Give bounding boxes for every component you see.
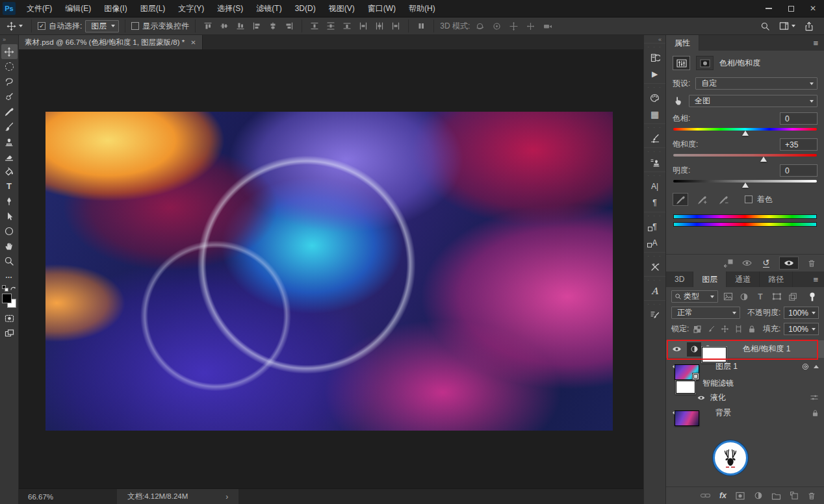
glyphs-panel-icon[interactable]: A	[647, 283, 663, 299]
3d-drag-icon[interactable]	[507, 21, 521, 31]
3d-rotate-icon[interactable]	[473, 21, 487, 31]
canvas-area[interactable]	[19, 49, 643, 488]
hue-slider-thumb[interactable]	[742, 131, 749, 136]
filter-pixel-layers-icon[interactable]	[721, 290, 734, 303]
swatches-panel-icon[interactable]: ▦	[647, 106, 663, 122]
share-icon[interactable]	[805, 21, 814, 31]
filter-name[interactable]: 液化	[710, 392, 726, 403]
dock-group-handle[interactable]: · · ·	[647, 279, 662, 282]
menu-view[interactable]: 视图(V)	[322, 0, 361, 17]
link-layers-button[interactable]	[700, 492, 711, 499]
lock-position-icon[interactable]	[719, 323, 730, 335]
collapse-smart-filters-chevron[interactable]	[814, 365, 819, 368]
new-adjustment-layer-button[interactable]	[754, 491, 763, 500]
path-selection-tool[interactable]	[1, 208, 18, 223]
layer-row-layer1[interactable]: 图层 1	[666, 358, 824, 375]
filter-blend-options-icon[interactable]	[810, 394, 819, 401]
status-chevron-icon[interactable]: ›	[225, 492, 228, 501]
eyedropper-add-button[interactable]	[694, 193, 710, 206]
character-panel-icon[interactable]: A|	[647, 178, 663, 194]
canvas-image[interactable]	[45, 112, 613, 431]
filter-visibility-toggle[interactable]	[696, 395, 706, 401]
hue-value-input[interactable]: 0	[780, 112, 818, 125]
preset-dropdown[interactable]: 自定	[695, 77, 818, 90]
quick-selection-tool[interactable]	[1, 89, 18, 104]
expand-toolbar-arrows[interactable]: »	[0, 36, 8, 44]
channel-dropdown[interactable]: 全图	[689, 95, 818, 107]
brushes-panel-icon[interactable]	[647, 307, 663, 323]
distribute-horizontal-centers-button[interactable]	[373, 21, 386, 31]
lock-transparency-icon[interactable]	[692, 323, 702, 335]
type-tool[interactable]: T	[1, 179, 18, 194]
layer-name[interactable]: 背景	[715, 407, 731, 418]
filter-kind-dropdown[interactable]: 类型	[671, 290, 718, 303]
lightness-value-input[interactable]: 0	[780, 164, 818, 177]
filter-smart-objects-icon[interactable]	[786, 290, 799, 303]
distribute-top-edges-button[interactable]	[308, 21, 321, 31]
colorize-checkbox[interactable]	[745, 195, 753, 203]
foreground-color-swatch[interactable]	[2, 294, 12, 303]
opacity-dropdown[interactable]: 100%	[784, 307, 819, 319]
shape-tool[interactable]	[1, 223, 18, 238]
menu-window[interactable]: 窗口(W)	[361, 0, 402, 17]
layer-row-hue-saturation[interactable]: 色相/饱和度 1	[666, 340, 824, 358]
clone-stamp-tool[interactable]	[1, 134, 18, 149]
layer-row-background[interactable]: 背景	[666, 404, 824, 422]
auto-select-dropdown[interactable]: 图层	[85, 20, 119, 32]
zoom-tool[interactable]	[1, 253, 18, 268]
view-previous-state-button[interactable]	[741, 257, 753, 270]
minimize-button[interactable]	[758, 0, 780, 17]
lasso-tool[interactable]	[1, 74, 18, 89]
smart-filters-label[interactable]: 智能滤镜	[702, 378, 734, 389]
distribute-bottom-edges-button[interactable]	[341, 21, 354, 31]
dock-group-handle[interactable]: · · ·	[647, 174, 662, 177]
character-styles-panel-icon[interactable]: A	[647, 234, 663, 251]
align-horizontal-centers-button[interactable]	[266, 21, 279, 31]
saturation-value-input[interactable]: +35	[780, 138, 818, 151]
properties-panel-menu-icon[interactable]: ≡	[807, 35, 824, 51]
3d-slide-icon[interactable]	[524, 21, 537, 31]
toggle-visibility-button[interactable]	[779, 257, 799, 270]
menu-edit[interactable]: 编辑(E)	[58, 0, 97, 17]
menu-filter[interactable]: 滤镜(T)	[250, 0, 288, 17]
color-panel-icon[interactable]	[647, 90, 663, 106]
mask-properties-button[interactable]	[696, 56, 714, 70]
filter-adjustment-layers-icon[interactable]	[738, 290, 751, 303]
marquee-tool[interactable]	[1, 59, 18, 74]
adjustment-settings-button[interactable]	[673, 56, 690, 70]
dock-group-handle[interactable]: · · ·	[647, 255, 662, 258]
saturation-slider-thumb[interactable]	[760, 157, 767, 162]
tab-properties[interactable]: 属性	[666, 35, 699, 51]
dock-group-handle[interactable]: · · ·	[647, 150, 662, 153]
align-right-edges-button[interactable]	[283, 21, 296, 31]
menu-image[interactable]: 图像(I)	[97, 0, 133, 17]
saturation-slider[interactable]	[673, 151, 817, 161]
lock-pixels-icon[interactable]	[706, 323, 716, 335]
close-tab-icon[interactable]: ✕	[190, 39, 196, 46]
filter-shape-layers-icon[interactable]	[770, 290, 783, 303]
fill-dropdown[interactable]: 100%	[784, 323, 819, 335]
pen-tool[interactable]	[1, 194, 18, 208]
paint-bucket-tool[interactable]	[1, 164, 18, 179]
search-icon[interactable]	[760, 21, 770, 31]
clip-to-layer-button[interactable]	[723, 257, 734, 270]
document-tab[interactable]: 素材.psd @ 66.7% (色相/饱和度 1, 图层蒙版/8) * ✕	[19, 35, 203, 49]
distribute-right-edges-button[interactable]	[389, 21, 402, 31]
auto-select-checkbox[interactable]: ✓	[38, 22, 45, 30]
tab-channels[interactable]: 通道	[727, 271, 760, 287]
move-tool[interactable]	[1, 44, 18, 59]
zoom-level-field[interactable]: 66.67%	[19, 493, 61, 501]
dock-group-handle[interactable]: · · ·	[647, 126, 662, 129]
close-button[interactable]: ✕	[802, 0, 824, 17]
eraser-tool[interactable]	[1, 149, 18, 164]
default-colors-icon[interactable]	[2, 285, 8, 292]
distribute-spacing-button[interactable]	[415, 21, 428, 31]
delete-layer-button[interactable]	[807, 491, 816, 501]
paragraph-panel-icon[interactable]: ¶	[647, 194, 663, 210]
layer-row-smart-filters[interactable]: 智能滤镜	[666, 375, 824, 391]
layer-style-button[interactable]: fx	[719, 492, 727, 500]
history-panel-icon[interactable]	[647, 49, 663, 66]
show-transform-checkbox[interactable]	[131, 22, 139, 30]
hand-tool[interactable]	[1, 238, 18, 253]
dock-group-handle[interactable]: · · ·	[647, 86, 662, 89]
